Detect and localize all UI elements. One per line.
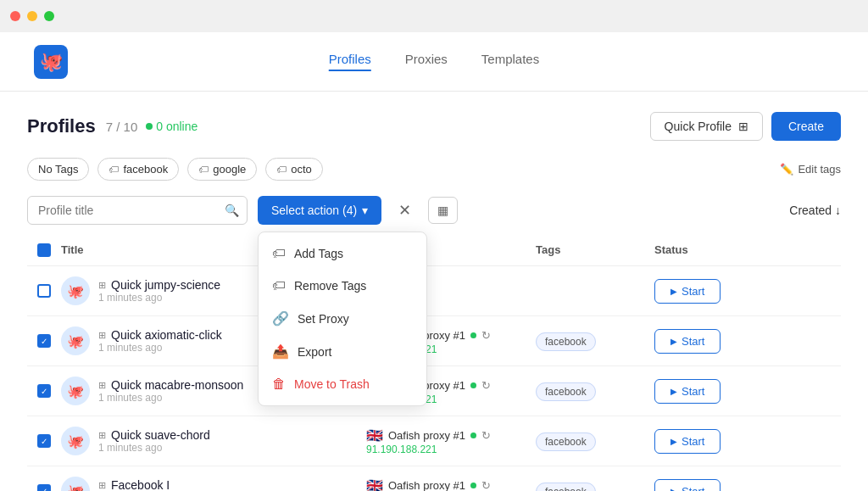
profiles-table: Title Tags Status 🐙 ⊞ Quick jumpy-scienc… [27, 235, 841, 491]
profile-count: 7 / 10 [106, 120, 138, 134]
start-label: Start [682, 435, 704, 448]
remove-tags-icon: 🏷 [272, 278, 286, 293]
proxy-status-dot [470, 432, 476, 438]
tag-filter-row: No Tags 🏷 facebook 🏷 google 🏷 octo ✏️ Ed… [27, 158, 841, 181]
tags-cell: facebook [536, 333, 654, 349]
top-nav: 🐙 Profiles Proxies Templates [0, 32, 868, 92]
play-icon: ▶ [670, 287, 677, 296]
table-header: Title Tags Status [27, 235, 841, 266]
dropdown-move-to-trash[interactable]: 🗑 Move to Trash [259, 368, 426, 400]
profile-name-text: Facebook I [111, 478, 170, 491]
profile-name-text: Quick jumpy-science [111, 278, 220, 292]
app-logo: 🐙 [34, 45, 68, 79]
tag-octo-label: octo [291, 163, 312, 176]
refresh-icon[interactable]: ↻ [481, 329, 491, 342]
status-cell: ▶ Start [654, 329, 756, 354]
profile-info: ⊞ Facebook I 1 minutes ago [98, 478, 170, 491]
select-all-checkbox[interactable] [37, 243, 51, 257]
table-row: ✓ 🐙 ⊞ Quick macabre-monsoon 1 minutes ag… [27, 366, 841, 416]
start-label: Start [682, 385, 704, 398]
tag-icon-octo: 🏷 [276, 164, 287, 176]
minimize-button[interactable] [27, 11, 37, 21]
tag-icon-facebook: 🏷 [108, 164, 119, 176]
tag-chip: facebook [536, 483, 596, 491]
online-badge: 0 online [146, 120, 198, 133]
avatar: 🐙 [61, 326, 90, 355]
search-input[interactable] [27, 196, 248, 225]
profile-time: 1 minutes ago [98, 392, 243, 404]
export-label: Export [298, 345, 331, 359]
tag-google-label: google [213, 163, 246, 176]
header-action [756, 243, 841, 257]
tags-cell: facebook [536, 433, 654, 449]
select-action-button[interactable]: Select action (4) ▾ [258, 196, 381, 225]
quick-profile-label: Quick Profile [665, 120, 732, 133]
table-row: ✓ 🐙 ⊞ Quick axiomatic-click 1 minutes ag… [27, 316, 841, 366]
tag-facebook[interactable]: 🏷 facebook [97, 158, 179, 181]
avatar: 🐙 [61, 377, 90, 405]
action-row: 🔍 Select action (4) ▾ 🏷 Add Tags 🏷 Remov… [27, 196, 841, 225]
create-button[interactable]: Create [771, 112, 841, 141]
quick-profile-button[interactable]: Quick Profile ⊞ [650, 112, 763, 141]
dropdown-set-proxy[interactable]: 🔗 Set Proxy [259, 302, 426, 335]
profile-info: ⊞ Quick axiomatic-click 1 minutes ago [98, 328, 222, 354]
set-proxy-icon: 🔗 [272, 310, 289, 326]
profile-time: 1 minutes ago [98, 292, 220, 304]
view-toggle-button[interactable]: ▦ [428, 197, 458, 224]
dropdown-remove-tags[interactable]: 🏷 Remove Tags [259, 270, 426, 302]
row-checkbox[interactable]: ✓ [37, 334, 51, 348]
profile-name-text: Quick axiomatic-click [111, 328, 222, 342]
row-checkbox[interactable]: ✓ [37, 384, 51, 398]
trash-icon: 🗑 [272, 377, 286, 392]
start-label: Start [682, 335, 704, 348]
profile-cell: 🐙 ⊞ Quick suave-chord 1 minutes ago [61, 427, 366, 455]
start-button[interactable]: ▶ Start [654, 279, 721, 304]
proxy-cell: 🇬🇧 Oafish proxy #1 ↻ 91.190.188.221 [366, 427, 536, 455]
row-checkbox[interactable] [37, 284, 51, 298]
play-icon: ▶ [670, 437, 677, 446]
start-button[interactable]: ▶ Start [654, 329, 721, 354]
tag-no-tags[interactable]: No Tags [27, 158, 89, 181]
profile-info: ⊞ Quick jumpy-science 1 minutes ago [98, 278, 220, 304]
online-count: 0 online [156, 120, 198, 133]
play-icon: ▶ [670, 487, 677, 492]
status-cell: ▶ Start [654, 379, 756, 404]
start-button[interactable]: ▶ Start [654, 429, 721, 454]
row-checkbox-cell: ✓ [27, 384, 61, 398]
page-header: Profiles 7 / 10 0 online Quick Profile ⊞… [27, 112, 841, 141]
refresh-icon[interactable]: ↻ [481, 479, 491, 492]
add-tags-icon: 🏷 [272, 246, 286, 261]
nav-links: Profiles Proxies Templates [329, 52, 539, 71]
start-button[interactable]: ▶ Start [654, 379, 721, 404]
nav-profiles[interactable]: Profiles [329, 52, 371, 71]
grid-view-icon: ▦ [437, 204, 448, 217]
tag-google[interactable]: 🏷 google [187, 158, 257, 181]
row-checkbox-cell [27, 284, 61, 298]
nav-proxies[interactable]: Proxies [405, 52, 448, 71]
tag-chip: facebook [536, 382, 596, 401]
start-button[interactable]: ▶ Start [654, 479, 721, 492]
close-button[interactable] [10, 11, 20, 21]
proxy-ip: 91.190.188.221 [366, 444, 536, 455]
edit-tags-button[interactable]: ✏️ Edit tags [780, 163, 841, 176]
row-checkbox[interactable]: ✓ [37, 434, 51, 448]
profile-cell: 🐙 ⊞ Facebook I 1 minutes ago [61, 477, 366, 491]
proxy-name: 🇬🇧 Oafish proxy #1 ↻ [366, 427, 536, 444]
online-dot [146, 123, 153, 130]
tag-chip: facebook [536, 432, 596, 451]
pencil-icon: ✏️ [780, 163, 793, 176]
dropdown-export[interactable]: 📤 Export [259, 335, 426, 368]
refresh-icon[interactable]: ↻ [481, 429, 491, 442]
status-cell: ▶ Start [654, 429, 756, 454]
close-selection-button[interactable]: ✕ [392, 198, 418, 223]
select-action-label: Select action (4) [271, 204, 357, 217]
chevron-down-icon: ▾ [362, 204, 368, 217]
sort-label[interactable]: Created ↓ [789, 204, 841, 217]
dropdown-add-tags[interactable]: 🏷 Add Tags [259, 237, 426, 270]
refresh-icon[interactable]: ↻ [481, 379, 491, 392]
maximize-button[interactable] [44, 11, 54, 21]
nav-templates[interactable]: Templates [481, 52, 539, 71]
row-checkbox[interactable]: ✓ [37, 484, 51, 491]
header-actions: Quick Profile ⊞ Create [650, 112, 841, 141]
tag-octo[interactable]: 🏷 octo [265, 158, 323, 181]
